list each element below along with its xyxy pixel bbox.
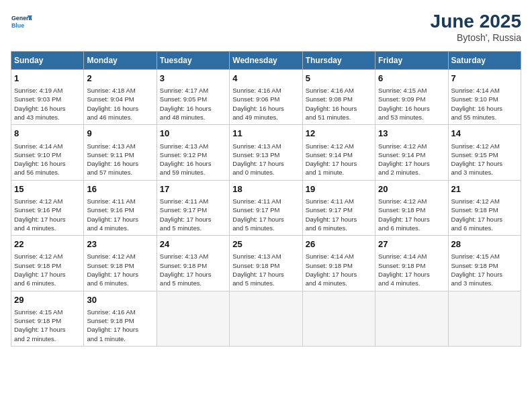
day-info-line: Sunset: 9:16 PM: [14, 205, 81, 214]
calendar-week-5: 29Sunrise: 4:15 AMSunset: 9:18 PMDayligh…: [11, 291, 521, 346]
calendar-cell: 12Sunrise: 4:12 AMSunset: 9:14 PMDayligh…: [302, 125, 375, 180]
calendar-cell: 11Sunrise: 4:13 AMSunset: 9:13 PMDayligh…: [230, 125, 302, 180]
calendar-cell: [157, 291, 229, 346]
day-number: 17: [160, 183, 226, 195]
day-info-line: and 1 minute.: [306, 168, 372, 177]
day-info-line: and 2 minutes.: [14, 334, 81, 343]
day-info-line: Sunset: 9:10 PM: [14, 150, 81, 159]
calendar-cell: 28Sunrise: 4:15 AMSunset: 9:18 PMDayligh…: [448, 236, 521, 291]
day-number: 13: [378, 128, 445, 140]
day-of-week-wednesday: Wednesday: [230, 52, 302, 70]
calendar-cell: 10Sunrise: 4:13 AMSunset: 9:12 PMDayligh…: [157, 125, 229, 180]
day-info-line: Sunset: 9:18 PM: [378, 261, 445, 270]
day-info-line: Sunrise: 4:12 AM: [451, 197, 518, 205]
day-info-line: Sunrise: 4:13 AM: [160, 252, 226, 261]
day-info-line: and 3 minutes.: [451, 168, 518, 177]
day-number: 22: [14, 238, 81, 250]
day-info-line: and 5 minutes.: [232, 279, 299, 287]
day-info-line: Sunset: 9:18 PM: [14, 261, 81, 270]
day-info-line: Sunrise: 4:16 AM: [232, 86, 299, 95]
day-info-line: Daylight: 17 hours: [14, 325, 81, 334]
day-number: 2: [87, 73, 153, 85]
calendar-cell: 30Sunrise: 4:16 AMSunset: 9:18 PMDayligh…: [84, 291, 157, 346]
calendar-cell: 6Sunrise: 4:15 AMSunset: 9:09 PMDaylight…: [375, 70, 448, 125]
day-info-line: Sunrise: 4:12 AM: [451, 142, 518, 150]
calendar-week-3: 15Sunrise: 4:12 AMSunset: 9:16 PMDayligh…: [11, 180, 521, 235]
day-of-week-tuesday: Tuesday: [157, 52, 229, 70]
day-number: 30: [87, 294, 153, 306]
day-info-line: Sunrise: 4:11 AM: [87, 197, 153, 205]
day-info-line: Sunrise: 4:12 AM: [378, 197, 445, 205]
day-of-week-monday: Monday: [84, 52, 157, 70]
day-info-line: Sunset: 9:17 PM: [306, 205, 372, 214]
day-info-line: and 3 minutes.: [451, 279, 518, 287]
day-info-line: Daylight: 17 hours: [232, 270, 299, 279]
day-info-line: Sunrise: 4:11 AM: [232, 197, 299, 205]
day-info-line: Sunset: 9:18 PM: [87, 261, 153, 270]
day-info-line: Daylight: 17 hours: [232, 215, 299, 224]
day-number: 8: [14, 128, 81, 140]
day-info-line: Sunset: 9:03 PM: [14, 95, 81, 103]
day-info-line: Sunset: 9:08 PM: [306, 95, 372, 103]
calendar-cell: 9Sunrise: 4:13 AMSunset: 9:11 PMDaylight…: [84, 125, 157, 180]
day-info-line: and 1 minute.: [87, 334, 153, 343]
day-info-line: Sunrise: 4:15 AM: [451, 252, 518, 261]
day-number: 4: [232, 73, 299, 85]
day-number: 29: [14, 294, 81, 306]
day-info-line: and 6 minutes.: [87, 279, 153, 287]
day-info-line: and 48 minutes.: [160, 113, 226, 122]
day-number: 12: [306, 128, 372, 140]
calendar-cell: 7Sunrise: 4:14 AMSunset: 9:10 PMDaylight…: [448, 70, 521, 125]
day-info-line: Sunset: 9:18 PM: [451, 205, 518, 214]
day-info-line: Sunrise: 4:11 AM: [160, 197, 226, 205]
month-year: June 2025: [431, 11, 521, 32]
calendar-cell: 14Sunrise: 4:12 AMSunset: 9:15 PMDayligh…: [448, 125, 521, 180]
day-info-line: and 6 minutes.: [14, 279, 81, 287]
day-info-line: and 5 minutes.: [160, 279, 226, 287]
calendar-body: 1Sunrise: 4:19 AMSunset: 9:03 PMDaylight…: [11, 70, 521, 347]
day-info-line: Daylight: 17 hours: [306, 270, 372, 279]
day-info-line: Sunrise: 4:13 AM: [232, 252, 299, 261]
day-info-line: and 56 minutes.: [14, 168, 81, 177]
calendar-cell: 19Sunrise: 4:11 AMSunset: 9:17 PMDayligh…: [302, 180, 375, 235]
calendar-cell: 2Sunrise: 4:18 AMSunset: 9:04 PMDaylight…: [84, 70, 157, 125]
day-info-line: Sunrise: 4:16 AM: [87, 308, 153, 316]
day-number: 21: [451, 183, 518, 195]
day-info-line: Daylight: 17 hours: [232, 159, 299, 168]
day-info-line: and 4 minutes.: [378, 279, 445, 287]
calendar-cell: [375, 291, 448, 346]
day-info-line: Sunset: 9:15 PM: [451, 150, 518, 159]
day-info-line: Daylight: 17 hours: [306, 159, 372, 168]
day-info-line: and 4 minutes.: [87, 224, 153, 232]
calendar-cell: 1Sunrise: 4:19 AMSunset: 9:03 PMDaylight…: [11, 70, 84, 125]
day-info-line: Sunrise: 4:15 AM: [14, 308, 81, 316]
day-info-line: Sunrise: 4:12 AM: [14, 252, 81, 261]
day-info-line: and 5 minutes.: [160, 224, 226, 232]
calendar-cell: 16Sunrise: 4:11 AMSunset: 9:16 PMDayligh…: [84, 180, 157, 235]
day-info-line: Daylight: 17 hours: [306, 215, 372, 224]
calendar-cell: 18Sunrise: 4:11 AMSunset: 9:17 PMDayligh…: [230, 180, 302, 235]
day-info-line: Daylight: 17 hours: [160, 270, 226, 279]
day-info-line: Daylight: 16 hours: [378, 104, 445, 113]
calendar-cell: [302, 291, 375, 346]
day-info-line: Daylight: 17 hours: [378, 270, 445, 279]
location: Bytosh', Russia: [431, 32, 521, 43]
day-info-line: Sunrise: 4:12 AM: [378, 142, 445, 150]
day-number: 14: [451, 128, 518, 140]
day-number: 23: [87, 238, 153, 250]
day-info-line: Sunset: 9:13 PM: [232, 150, 299, 159]
day-info-line: Sunset: 9:14 PM: [378, 150, 445, 159]
day-info-line: Sunrise: 4:16 AM: [306, 86, 372, 95]
day-info-line: and 4 minutes.: [306, 279, 372, 287]
day-info-line: Daylight: 17 hours: [87, 270, 153, 279]
day-info-line: and 4 minutes.: [14, 224, 81, 232]
day-info-line: Daylight: 16 hours: [160, 104, 226, 113]
day-info-line: and 43 minutes.: [14, 113, 81, 122]
day-info-line: Sunset: 9:17 PM: [160, 205, 226, 214]
day-number: 10: [160, 128, 226, 140]
day-info-line: Sunrise: 4:13 AM: [160, 142, 226, 150]
logo-icon: General Blue: [11, 11, 32, 32]
day-number: 24: [160, 238, 226, 250]
day-info-line: and 6 minutes.: [306, 224, 372, 232]
day-info-line: Sunset: 9:12 PM: [160, 150, 226, 159]
